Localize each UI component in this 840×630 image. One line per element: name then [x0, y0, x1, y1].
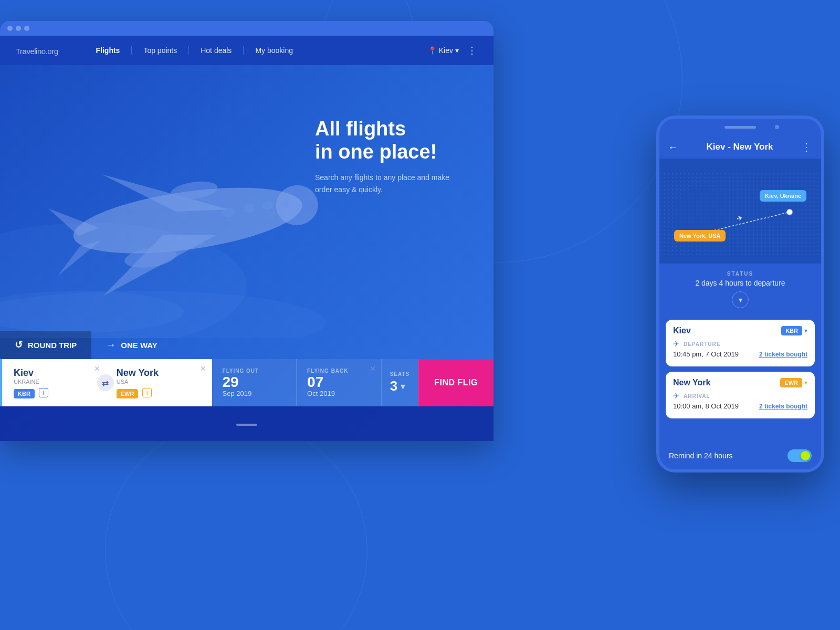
phone-mockup: ← Kiev - New York ⋮ [656, 116, 824, 472]
flying-back-field[interactable]: ✕ FLYING BACK 07 Oct 2019 [297, 359, 382, 406]
phone-speaker [724, 126, 756, 129]
from-close-btn[interactable]: ✕ [94, 364, 100, 373]
to-country: USA [117, 379, 201, 385]
nav-flights[interactable]: Flights [85, 46, 132, 55]
kiev-code-badge: KBR [781, 326, 802, 335]
to-code-tag: EWR [117, 389, 139, 398]
hero-text: All flightsin one place! Search any flig… [315, 118, 462, 195]
flying-back-close-btn[interactable]: ✕ [370, 364, 376, 373]
nav-location[interactable]: 📍 Kiev ▾ [428, 46, 459, 55]
flying-out-field[interactable]: FLYING OUT 29 Sep 2019 [212, 359, 297, 406]
from-field[interactable]: ✕ Kiev UKRAINE KBR + ⇄ [0, 359, 106, 406]
add-to-tag[interactable]: + [142, 388, 152, 397]
flying-out-month: Sep 2019 [223, 390, 286, 397]
flying-back-label: FLYING BACK [307, 368, 371, 374]
svg-point-21 [787, 209, 792, 215]
status-label: STATUS [668, 271, 813, 277]
round-trip-btn[interactable]: ↺ ROUND TRIP [0, 331, 91, 359]
nav-my-booking[interactable]: My booking [244, 46, 304, 55]
one-way-btn[interactable]: → ONE WAY [91, 331, 172, 359]
seats-chevron-icon: ▾ [401, 381, 405, 392]
phone-content: ← Kiev - New York ⋮ [659, 135, 821, 469]
to-field[interactable]: ✕ New York USA EWR + [106, 359, 212, 406]
nav-top-points[interactable]: Top points [132, 46, 189, 55]
to-city: New York [117, 368, 201, 379]
hero-title: All flightsin one place! [315, 118, 462, 163]
newyork-flight-card: New York EWR ▾ ✈ ARRIVAL 10:00 am, 8 Oct… [666, 372, 815, 418]
airplane-illustration [0, 86, 341, 338]
phone-header: ← Kiev - New York ⋮ [659, 135, 821, 159]
logo-text: Travelino [16, 47, 46, 56]
round-trip-icon: ↺ [15, 339, 23, 351]
one-way-icon: → [106, 340, 116, 351]
arrival-plane-icon: ✈ [673, 392, 679, 400]
back-btn[interactable]: ← [668, 141, 678, 153]
remind-toggle[interactable] [788, 449, 812, 462]
chevron-down-icon: ▾ [455, 46, 459, 55]
location-pin-icon: 📍 [428, 46, 437, 55]
newyork-tickets-link[interactable]: 2 tickets bought [759, 403, 807, 410]
phone-more-btn[interactable]: ⋮ [801, 141, 813, 153]
from-city: Kiev [14, 368, 95, 379]
arr-label: ARRIVAL [684, 393, 710, 399]
from-code-tag: KBR [14, 389, 35, 398]
toggle-dot [801, 451, 810, 460]
dot-green [24, 26, 29, 31]
newyork-arr-time: 10:00 am, 8 Oct 2019 [673, 402, 739, 410]
trip-type-bar: ↺ ROUND TRIP → ONE WAY [0, 331, 172, 359]
svg-text:✈: ✈ [736, 213, 744, 223]
find-flights-btn[interactable]: FIND FLIG [418, 359, 494, 406]
round-trip-label: ROUND TRIP [28, 341, 77, 350]
swap-cities-btn[interactable]: ⇄ [97, 374, 114, 391]
seats-label: SEATS [390, 371, 410, 377]
to-close-btn[interactable]: ✕ [200, 364, 206, 373]
kiev-badge-chevron-icon[interactable]: ▾ [804, 327, 807, 334]
desktop-nav: Travelino.org Flights Top points Hot dea… [0, 36, 494, 65]
flying-out-label: FLYING OUT [223, 368, 286, 374]
departure-plane-icon: ✈ [673, 340, 679, 348]
logo[interactable]: Travelino.org [16, 45, 58, 57]
kiev-card-city: Kiev [673, 326, 691, 335]
dot-red [7, 26, 13, 31]
remind-section: Remind in 24 hours [659, 442, 821, 469]
status-text: 2 days 4 hours to departure [668, 279, 813, 287]
desktop-hero: All flightsin one place! Search any flig… [0, 65, 494, 441]
nav-links: Flights Top points Hot deals My booking [85, 46, 428, 55]
kiev-dep-time: 10:45 pm, 7 Oct 2019 [673, 350, 739, 358]
phone-title: Kiev - New York [707, 142, 773, 152]
phone-map: ✈ Kiev, Ukraine New York, USA [659, 159, 821, 264]
newyork-card-city: New York [673, 378, 710, 387]
seats-count: 3 [390, 378, 397, 394]
nav-location-text: Kiev [439, 46, 453, 55]
seats-field[interactable]: SEATS 3 ▾ [382, 359, 419, 406]
newyork-code-badge: EWR [780, 378, 802, 387]
dot-yellow [16, 26, 21, 31]
newyork-badge-chevron-icon[interactable]: ▾ [804, 379, 807, 386]
from-country: UKRAINE [14, 379, 95, 385]
add-from-tag[interactable]: + [39, 388, 48, 397]
nav-menu-dots[interactable]: ⋮ [467, 45, 478, 56]
nav-right: 📍 Kiev ▾ ⋮ [428, 45, 478, 56]
bottom-indicator [236, 424, 257, 426]
desktop-mockup: Travelino.org Flights Top points Hot dea… [0, 21, 494, 441]
logo-suffix: .org [46, 47, 58, 56]
phone-status-section: STATUS 2 days 4 hours to departure ▾ [659, 264, 821, 317]
hero-subtitle: Search any flights to any place and make… [315, 172, 462, 195]
pin-ukraine: Kiev, Ukraine [760, 190, 806, 202]
kiev-flight-card: Kiev KBR ▾ ✈ DEPARTURE 10:45 pm, 7 Oct 2… [666, 320, 815, 366]
one-way-label: ONE WAY [121, 341, 157, 350]
desktop-top-bar [0, 21, 494, 36]
kiev-card-badge: KBR ▾ [781, 326, 807, 335]
pin-new-york: New York, USA [674, 230, 726, 242]
map-route: ✈ [659, 159, 821, 264]
chevron-down-icon: ▾ [739, 296, 742, 304]
phone-camera [775, 125, 779, 129]
search-bar: ✕ Kiev UKRAINE KBR + ⇄ ✕ New York [0, 359, 494, 406]
flying-out-day: 29 [223, 375, 286, 390]
nav-hot-deals[interactable]: Hot deals [189, 46, 244, 55]
flying-back-month: Oct 2019 [307, 390, 371, 397]
remind-label: Remind in 24 hours [669, 452, 732, 460]
kiev-tickets-link[interactable]: 2 tickets bought [759, 351, 807, 358]
chevron-down-btn[interactable]: ▾ [732, 291, 749, 308]
flight-cards: Kiev KBR ▾ ✈ DEPARTURE 10:45 pm, 7 Oct 2… [659, 317, 821, 442]
